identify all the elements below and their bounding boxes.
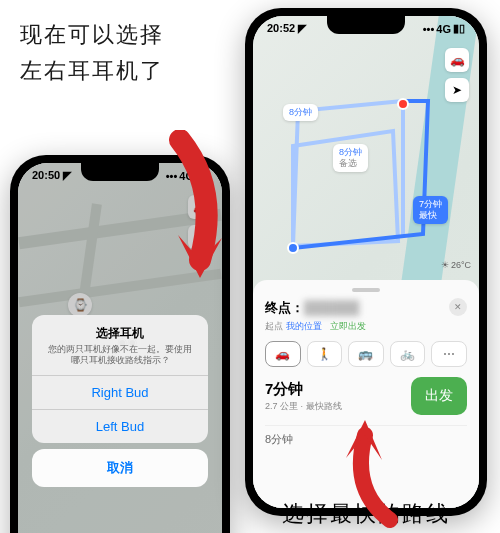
notch bbox=[81, 163, 159, 181]
headline-line1: 现在可以选择 bbox=[20, 20, 164, 50]
mode-more[interactable]: ⋯ bbox=[431, 341, 467, 367]
option-left-bud[interactable]: Left Bud bbox=[32, 409, 207, 443]
dialog-message: 您的两只耳机好像不在一起。要使用哪只耳机接收路线指示？ bbox=[32, 344, 207, 375]
route-tag: 最快 bbox=[419, 210, 442, 221]
go-button[interactable]: 出发 bbox=[411, 377, 467, 415]
dialog-cancel-button[interactable]: 取消 bbox=[32, 449, 207, 487]
locate-icon[interactable]: ➤ bbox=[445, 78, 469, 102]
transport-mode-bar: 🚗 🚶 🚌 🚲 ⋯ bbox=[265, 341, 467, 367]
eta-time: 7分钟 bbox=[265, 380, 342, 399]
origin-location[interactable]: 我的位置 bbox=[286, 321, 322, 331]
arrow-annotation-2 bbox=[320, 420, 410, 530]
eta-detail: 2.7 公里 · 最快路线 bbox=[265, 400, 342, 413]
origin-line: 起点 我的位置 立即出发 bbox=[265, 320, 366, 333]
status-time: 20:52 ◤ bbox=[267, 22, 306, 35]
notch bbox=[327, 16, 405, 34]
close-icon[interactable]: ✕ bbox=[449, 298, 467, 316]
mode-transit[interactable]: 🚌 bbox=[348, 341, 384, 367]
route-label-fastest[interactable]: 7分钟 最快 bbox=[413, 196, 448, 224]
status-time: 20:50 ◤ bbox=[32, 169, 71, 182]
route-time: 7分钟 bbox=[419, 199, 442, 210]
route-label-2[interactable]: 8分钟 备选 bbox=[333, 144, 368, 172]
svg-point-0 bbox=[288, 243, 298, 253]
mode-bike[interactable]: 🚲 bbox=[390, 341, 426, 367]
route-label-1[interactable]: 8分钟 bbox=[283, 104, 318, 121]
mode-walk[interactable]: 🚶 bbox=[307, 341, 343, 367]
arrow-annotation-1 bbox=[150, 130, 240, 290]
earbud-dialog: 选择耳机 您的两只耳机好像不在一起。要使用哪只耳机接收路线指示？ Right B… bbox=[32, 315, 207, 443]
mode-car[interactable]: 🚗 bbox=[265, 341, 301, 367]
option-right-bud[interactable]: Right Bud bbox=[32, 375, 207, 409]
status-right: •••4G▮▯ bbox=[423, 22, 465, 35]
route-time: 8分钟 bbox=[339, 147, 362, 158]
dest-label: 终点： bbox=[265, 300, 304, 315]
temperature-badge: ☀ 26°C bbox=[441, 260, 471, 270]
route-tag: 备选 bbox=[339, 158, 362, 169]
dialog-title: 选择耳机 bbox=[32, 315, 207, 344]
dest-value: ██████ bbox=[304, 300, 359, 315]
map-vehicle-icon[interactable]: 🚗 bbox=[445, 48, 469, 72]
headline-line2: 左右耳耳机了 bbox=[20, 56, 164, 86]
depart-now[interactable]: 立即出发 bbox=[330, 321, 366, 331]
sheet-handle[interactable] bbox=[352, 288, 380, 292]
svg-point-1 bbox=[398, 99, 408, 109]
